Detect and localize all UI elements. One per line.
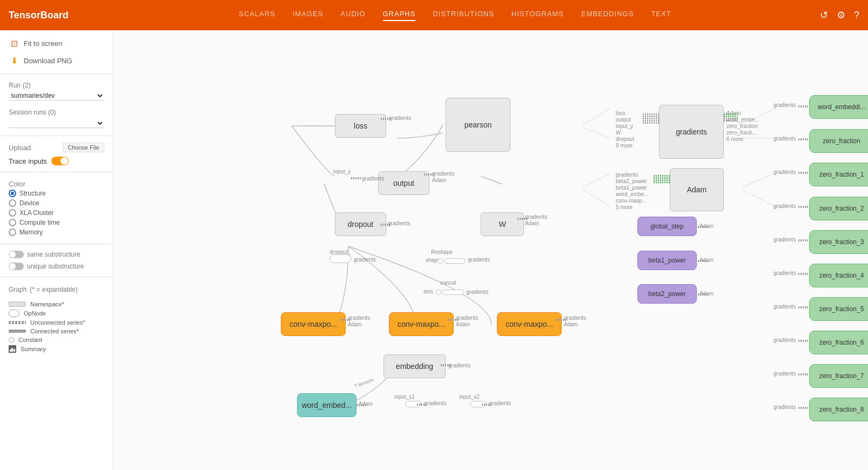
zero-fraction-2-node[interactable]: zero_fraction_2: [809, 197, 868, 220]
conv3-label: conv-maxpo...: [506, 320, 553, 328]
dropout-node[interactable]: dropout: [335, 212, 386, 236]
beta2-power-node[interactable]: beta2_power: [637, 284, 697, 304]
zero-fraction-8-node[interactable]: zero_fraction_8: [809, 398, 868, 421]
loss-label: loss: [354, 122, 367, 130]
legend-namespace: Namespace*: [9, 300, 104, 308]
loss-node[interactable]: loss: [335, 114, 386, 138]
download-png-button[interactable]: ⬇ Download PNG: [0, 52, 113, 69]
device-radio[interactable]: [9, 199, 16, 207]
W-series: [517, 218, 527, 220]
beta1-series: [698, 260, 709, 262]
output-node[interactable]: output: [378, 171, 429, 195]
word-embed-series: [356, 404, 366, 406]
word-embed-node[interactable]: word_embed...: [297, 393, 356, 417]
grad-to-zero5: gradients: [773, 304, 796, 310]
summary-swatch: [9, 345, 16, 353]
grad-to-zero3: gradients: [773, 237, 796, 243]
nav-audio[interactable]: AUDIO: [340, 10, 365, 21]
fit-to-screen-button[interactable]: ⊡ Fit to screen: [0, 35, 113, 52]
nav-histograms[interactable]: HISTOGRAMS: [512, 10, 564, 21]
adam-in-5more: 5 more: [616, 204, 633, 210]
nav-distributions[interactable]: DISTRIBUTIONS: [433, 10, 494, 21]
W-label: W: [499, 220, 506, 229]
zero-fraction-3-node[interactable]: zero_fraction_3: [809, 230, 868, 254]
graph-area[interactable]: pearson loss gradients output gradients …: [113, 30, 868, 470]
zero-fraction-1-node[interactable]: zero_fraction_1: [809, 163, 868, 186]
concat-gradients: gradients: [466, 289, 488, 295]
zero-fraction-4-node[interactable]: zero_fraction_4: [809, 264, 868, 287]
gradients-node[interactable]: gradients: [659, 105, 724, 159]
nav-scalars[interactable]: SCALARS: [239, 10, 275, 21]
9-more-input: 9 more: [616, 143, 633, 149]
zero-fraction-6-node[interactable]: zero_fraction_6: [809, 331, 868, 354]
global-step-label: global_step: [650, 223, 683, 230]
pearson-node[interactable]: pearson: [446, 98, 510, 152]
W-node[interactable]: W: [481, 212, 524, 236]
zero-fraction-5-node[interactable]: zero_fraction_5: [809, 297, 868, 321]
zero-fraction-8-label: zero_fraction_8: [819, 406, 864, 413]
beta2-series: [698, 293, 709, 296]
grad-zero7-series: [798, 373, 809, 375]
upload-label: Upload: [9, 144, 31, 152]
unique-substructure-toggle[interactable]: [9, 263, 24, 270]
grad-zero1-series: [798, 172, 809, 174]
structure-label: Structure: [19, 190, 46, 197]
color-xla[interactable]: XLA Cluster: [9, 208, 104, 218]
conv2-adam: Adam: [456, 321, 470, 327]
input-y-label: input_y: [333, 169, 351, 174]
compute-radio[interactable]: [9, 219, 16, 226]
zero-fraction-3-label: zero_fraction_3: [819, 238, 864, 246]
embedding-node[interactable]: embedding: [383, 354, 446, 378]
refresh-icon[interactable]: ↺: [820, 9, 828, 21]
xla-radio[interactable]: [9, 209, 16, 217]
same-substructure-toggle[interactable]: [9, 251, 24, 258]
legend-connected: Connected series*: [9, 327, 104, 335]
xla-label: XLA Cluster: [19, 209, 53, 217]
choose-file-button[interactable]: Choose File: [63, 143, 104, 152]
input-s2-label: input_s2: [459, 394, 480, 400]
color-device[interactable]: Device: [9, 198, 104, 208]
loss-input: loss: [616, 110, 625, 116]
color-compute[interactable]: Compute time: [9, 218, 104, 227]
input-s2-series: [482, 404, 492, 406]
conv3-node[interactable]: conv-maxpo...: [497, 312, 562, 336]
conv1-node[interactable]: conv-maxpo...: [281, 312, 346, 336]
nav-images[interactable]: IMAGES: [293, 10, 324, 21]
nav-graphs[interactable]: GRAPHS: [383, 10, 416, 21]
zero-fraction-7-node[interactable]: zero_fraction_7: [809, 364, 868, 388]
run-select[interactable]: summaries/dev: [9, 91, 104, 100]
unique-substructure-row: unique substructure: [0, 260, 113, 272]
trace-inputs-label: Trace inputs: [9, 157, 47, 165]
unique-substructure-label: unique substructure: [27, 263, 84, 270]
legend-section: Graph (* = expandable) Namespace* OpNode…: [0, 281, 113, 358]
namespace-swatch: [9, 301, 26, 307]
memory-radio[interactable]: [9, 229, 16, 236]
conv2-node[interactable]: conv-maxpo...: [389, 312, 454, 336]
loss-series: [381, 118, 391, 120]
color-structure[interactable]: Structure: [9, 189, 104, 198]
word-embeddi-node[interactable]: word_embeddi...: [809, 95, 868, 119]
legend-namespace-label: Namespace*: [30, 301, 64, 307]
adam-in-beta2: beta2_power: [616, 178, 647, 184]
adam-node[interactable]: Adam: [670, 168, 724, 211]
run-label: Run: [9, 82, 21, 89]
tensors-label: 7 tensors: [353, 377, 374, 389]
svg-line-11: [743, 173, 775, 187]
reshape-gradients: gradients: [468, 257, 490, 263]
color-memory[interactable]: Memory: [9, 227, 104, 237]
header: TensorBoard SCALARS IMAGES AUDIO GRAPHS …: [0, 0, 868, 30]
help-icon[interactable]: ?: [854, 10, 859, 21]
beta1-power-node[interactable]: beta1_power: [637, 251, 697, 270]
structure-radio[interactable]: [9, 190, 16, 197]
nav-embeddings[interactable]: EMBEDDINGS: [581, 10, 634, 21]
grad-zero6-series: [798, 340, 809, 342]
session-select[interactable]: [9, 119, 104, 128]
settings-icon[interactable]: ⚙: [837, 9, 845, 21]
fit-to-screen-label: Fit to screen: [24, 39, 63, 48]
output-label: output: [393, 179, 414, 187]
nav-text[interactable]: TEXT: [651, 10, 671, 21]
axis-label: axis: [423, 288, 433, 294]
trace-inputs-toggle[interactable]: [51, 157, 69, 165]
zero-fraction-node[interactable]: zero_fraction: [809, 129, 868, 153]
global-step-node[interactable]: global_step: [637, 217, 697, 236]
